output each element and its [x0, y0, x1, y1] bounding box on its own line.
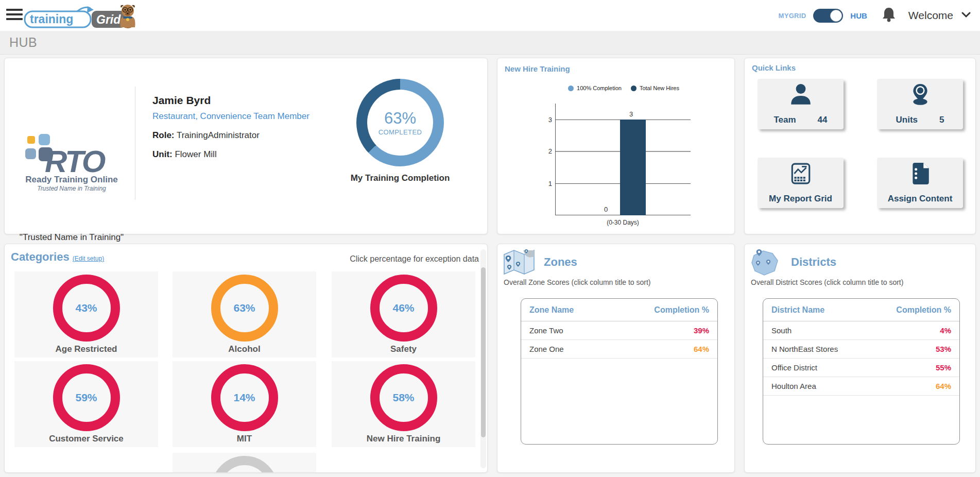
x-axis-label: (0-30 Days): [555, 219, 691, 226]
category-percentage-link[interactable]: 46%: [392, 302, 414, 314]
category-ring: 59%: [53, 364, 120, 431]
logo-line1: Ready Training Online: [25, 175, 117, 184]
profile-card: RTO Ready Training Online Trusted Name i…: [4, 58, 488, 234]
quick-links-card: Quick Links Team44 Units5: [744, 58, 976, 234]
quick-link-units[interactable]: Units5: [877, 79, 963, 129]
table-row[interactable]: Houlton Area 64%: [763, 377, 959, 396]
y-tick-3: 3: [540, 116, 552, 124]
my-report-grid-label: My Report Grid: [769, 194, 832, 204]
category-tile-customer-service: 59% Customer Service: [14, 361, 158, 447]
logo-rto-text: RTO: [45, 144, 106, 179]
districts-title: Districts: [791, 255, 836, 269]
table-row[interactable]: Office District 55%: [763, 359, 959, 377]
legend-label-completion: 100% Completion: [577, 85, 622, 91]
districts-subtitle: Overall District Scores (click column ti…: [751, 278, 903, 286]
quick-links-title: Quick Links: [752, 63, 796, 72]
notifications-bell-icon[interactable]: [882, 7, 896, 24]
categories-scrollbar: [480, 249, 486, 468]
completed-word: COMPLETED: [379, 128, 422, 136]
company-tagline: "Trusted Name in Training": [5, 232, 139, 243]
district-name: South: [771, 326, 792, 335]
district-name: N NorthEast Stores: [771, 345, 838, 353]
chevron-down-icon[interactable]: [961, 11, 971, 20]
hub-toggle-label: HUB: [850, 11, 867, 20]
new-hire-training-card: New Hire Training 100% Completion Total …: [497, 58, 735, 234]
districts-map-icon: [750, 248, 782, 279]
zones-column-completion[interactable]: Completion %: [654, 305, 709, 315]
category-label: Age Restricted: [14, 344, 158, 354]
category-label: Alcohol: [173, 344, 316, 354]
bar-value-label: 3: [629, 110, 633, 118]
zones-title: Zones: [544, 255, 577, 269]
zero-value-label: 0: [604, 206, 608, 213]
districts-column-name[interactable]: District Name: [771, 305, 824, 315]
district-completion: 4%: [940, 326, 951, 335]
category-label: Safety: [332, 344, 475, 354]
mygrid-hub-toggle[interactable]: [813, 9, 843, 23]
zone-completion: 64%: [694, 345, 709, 353]
category-percentage-link[interactable]: 43%: [75, 302, 97, 314]
units-label: Units: [896, 115, 918, 125]
team-count: 44: [818, 115, 828, 125]
district-name: Office District: [771, 363, 817, 372]
categories-card: Categories (Edit setup) Click percentage…: [4, 244, 488, 473]
legend-dot-completion: [568, 86, 574, 91]
table-row[interactable]: South 4%: [763, 321, 959, 340]
table-row[interactable]: Zone One 64%: [521, 340, 717, 359]
new-hire-training-title: New Hire Training: [505, 64, 570, 73]
role-label: Role:: [152, 130, 175, 140]
category-percentage-link[interactable]: 63%: [233, 302, 255, 314]
unit-value: Flower Mill: [175, 149, 216, 159]
dashboard-screen: training Grid MYGRID HUB: [0, 0, 980, 477]
category-ring: 46%: [370, 275, 437, 342]
mygrid-label: MYGRID: [779, 12, 806, 20]
user-teams-link[interactable]: Restaurant, Convenience Team Member: [152, 111, 310, 122]
category-tile-mit: 14% MIT: [173, 361, 316, 447]
zone-name: Zone Two: [529, 326, 563, 335]
brand-text-training: training: [30, 12, 73, 26]
districts-column-completion[interactable]: Completion %: [896, 305, 951, 315]
quick-link-my-report-grid[interactable]: My Report Grid: [758, 158, 844, 208]
divider: [135, 87, 135, 200]
welcome-menu[interactable]: Welcome: [908, 9, 953, 22]
units-count: 5: [939, 115, 944, 125]
category-percentage-link[interactable]: 58%: [392, 391, 414, 404]
category-ring: 58%: [370, 364, 437, 431]
role-value: TrainingAdministrator: [177, 130, 260, 140]
category-tile-safety: 46% Safety: [332, 271, 475, 357]
total-new-hires-bar[interactable]: [620, 120, 646, 215]
table-row[interactable]: N NorthEast Stores 53%: [763, 340, 959, 359]
category-label: New Hire Training: [332, 434, 475, 444]
zone-name: Zone One: [529, 345, 564, 353]
category-ring-partial: [211, 456, 278, 473]
exception-data-hint: Click percentage for exception data: [350, 254, 479, 264]
user-name: Jamie Byrd: [152, 94, 310, 107]
table-row[interactable]: Zone Two 39%: [521, 321, 717, 340]
category-tile-alcohol: 63% Alcohol: [173, 271, 316, 357]
districts-card: Districts Overall District Scores (click…: [744, 244, 976, 473]
category-tile-partial: [173, 453, 316, 473]
categories-scrollbar-thumb[interactable]: [481, 267, 486, 437]
zones-column-name[interactable]: Zone Name: [529, 305, 574, 315]
toggle-knob[interactable]: [830, 10, 842, 22]
districts-table: District Name Completion % South 4% N No…: [763, 298, 960, 445]
district-completion: 55%: [936, 363, 951, 372]
unit-label: Unit:: [152, 149, 173, 159]
page-title: HUB: [9, 35, 37, 50]
quick-link-team[interactable]: Team44: [758, 79, 844, 129]
top-navigation-bar: training Grid MYGRID HUB: [0, 0, 980, 31]
bar-chart-plot-area: 3 0: [555, 104, 691, 215]
zones-card: Zones Overall Zone Scores (click column …: [497, 244, 735, 473]
menu-icon[interactable]: [6, 9, 23, 22]
category-label: MIT: [173, 434, 316, 444]
category-percentage-link[interactable]: 14%: [233, 391, 255, 404]
district-completion: 53%: [936, 345, 951, 353]
zone-completion: 39%: [694, 326, 709, 335]
training-completion-percentage[interactable]: 63%: [384, 109, 416, 128]
quick-link-assign-content[interactable]: Assign Content: [877, 158, 963, 208]
district-name: Houlton Area: [771, 382, 816, 390]
assign-content-label: Assign Content: [888, 194, 953, 204]
edit-setup-link[interactable]: (Edit setup): [73, 255, 104, 262]
category-percentage-link[interactable]: 59%: [75, 391, 97, 404]
logo-line2: Trusted Name in Training: [37, 185, 106, 192]
